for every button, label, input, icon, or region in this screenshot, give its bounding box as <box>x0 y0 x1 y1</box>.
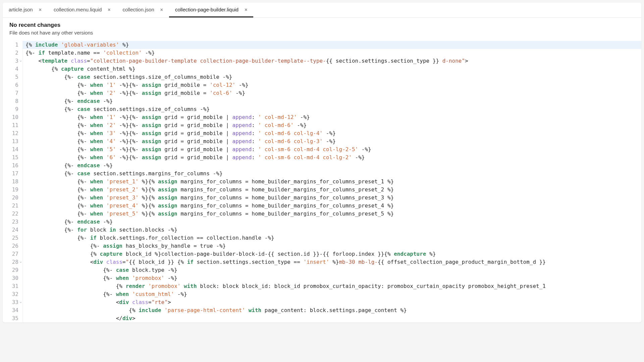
line-number[interactable]: 20 <box>3 194 21 202</box>
code-line[interactable]: {%- case section.settings.size_of_column… <box>23 73 641 81</box>
line-number[interactable]: 22 <box>3 210 21 218</box>
code-line[interactable]: {%- when 'preset_1' %}{% assign margins_… <box>23 178 641 186</box>
line-number[interactable]: 11 <box>3 121 21 129</box>
code-line[interactable]: {%- endcase -%} <box>23 97 641 105</box>
code-line[interactable]: {%- if block.settings.for_collection == … <box>23 234 641 242</box>
version-info-bar: No recent changes File does not have any… <box>3 18 641 41</box>
code-line[interactable]: {% include 'parse-page-html-content' wit… <box>23 306 641 314</box>
version-info-subtitle: File does not have any other versions <box>9 30 635 36</box>
line-number[interactable]: 35 <box>3 314 21 322</box>
code-line[interactable]: {%- endcase -%} <box>23 162 641 170</box>
line-number[interactable]: 29 <box>3 266 21 274</box>
code-line[interactable]: {%- when '3' -%}{%- assign grid = grid_m… <box>23 129 641 137</box>
line-number[interactable]: 28 <box>3 258 21 266</box>
code-line[interactable]: {%- when 'preset_2' %}{% assign margins_… <box>23 186 641 194</box>
code-line[interactable]: {%- endcase -%} <box>23 218 641 226</box>
close-icon[interactable]: × <box>245 7 247 12</box>
close-icon[interactable]: × <box>160 7 163 12</box>
line-number-gutter: 1234567891011121314151617181920212223242… <box>3 41 23 322</box>
file-tab[interactable]: article.json× <box>3 3 48 17</box>
line-number[interactable]: 9 <box>3 105 21 113</box>
line-number[interactable]: 17 <box>3 170 21 178</box>
line-number[interactable]: 8 <box>3 97 21 105</box>
code-line[interactable]: {%- assign has_blocks_by_handle = true -… <box>23 242 641 250</box>
line-number[interactable]: 24 <box>3 226 21 234</box>
tab-label: collection.json <box>123 7 154 12</box>
close-icon[interactable]: × <box>39 7 42 12</box>
tab-label: article.json <box>9 7 33 12</box>
line-number[interactable]: 19 <box>3 186 21 194</box>
line-number[interactable]: 4 <box>3 65 21 73</box>
code-line[interactable]: {%- when 'promobox' -%} <box>23 274 641 282</box>
code-line[interactable]: <template class="collection-page-builder… <box>23 57 641 65</box>
line-number[interactable]: 14 <box>3 145 21 154</box>
line-number[interactable]: 34 <box>3 306 21 314</box>
line-number[interactable]: 31 <box>3 282 21 290</box>
code-line[interactable]: {%- when '5' -%}{%- assign grid = grid_m… <box>23 145 641 154</box>
code-line[interactable]: {%- if template.name == 'collection' -%} <box>23 49 641 57</box>
line-number[interactable]: 25 <box>3 234 21 242</box>
line-number[interactable]: 3 <box>3 57 21 65</box>
code-line[interactable]: {%- when 'preset_4' %}{% assign margins_… <box>23 202 641 210</box>
line-number[interactable]: 26 <box>3 242 21 250</box>
tab-label: collection-page-builder.liquid <box>175 7 238 12</box>
code-line[interactable]: {%- when '1' -%}{%- assign grid_mobile =… <box>23 81 641 89</box>
line-number[interactable]: 1 <box>3 41 21 49</box>
editor-window: article.json×collection.menu.liquid×coll… <box>3 3 641 322</box>
code-line[interactable]: {%- when 'custom_html' -%} <box>23 290 641 298</box>
file-tab[interactable]: collection-page-builder.liquid× <box>169 3 253 17</box>
tabs-bar: article.json×collection.menu.liquid×coll… <box>3 3 641 18</box>
code-line[interactable]: {%- when 'preset_5' %}{% assign margins_… <box>23 210 641 218</box>
code-content[interactable]: {% include 'global-variables' %}{%- if t… <box>23 41 641 322</box>
code-line[interactable]: {%- when '2' -%}{%- assign grid_mobile =… <box>23 89 641 97</box>
line-number[interactable]: 10 <box>3 113 21 121</box>
line-number[interactable]: 5 <box>3 73 21 81</box>
line-number[interactable]: 32 <box>3 290 21 298</box>
line-number[interactable]: 18 <box>3 178 21 186</box>
line-number[interactable]: 23 <box>3 218 21 226</box>
line-number[interactable]: 33 <box>3 298 21 306</box>
code-line[interactable]: </div> <box>23 314 641 322</box>
version-info-title: No recent changes <box>9 22 635 28</box>
code-line[interactable]: {%- case section.settings.size_of_column… <box>23 105 641 113</box>
code-line[interactable]: {%- when '6' -%}{%- assign grid = grid_m… <box>23 154 641 162</box>
code-line[interactable]: {%- when '2' -%}{%- assign grid = grid_m… <box>23 121 641 129</box>
code-line[interactable]: {%- when 'preset_3' %}{% assign margins_… <box>23 194 641 202</box>
line-number[interactable]: 15 <box>3 154 21 162</box>
line-number[interactable]: 21 <box>3 202 21 210</box>
code-line[interactable]: {%- when '1' -%}{%- assign grid = grid_m… <box>23 113 641 121</box>
line-number[interactable]: 27 <box>3 250 21 258</box>
line-number[interactable]: 12 <box>3 129 21 137</box>
code-line[interactable]: {% render 'promobox' with block: block b… <box>23 282 641 290</box>
code-line[interactable]: {% capture block_id %}collection-page-bu… <box>23 250 641 258</box>
line-number[interactable]: 13 <box>3 137 21 145</box>
line-number[interactable]: 16 <box>3 162 21 170</box>
line-number[interactable]: 30 <box>3 274 21 282</box>
tab-label: collection.menu.liquid <box>54 7 102 12</box>
code-line[interactable]: {% include 'global-variables' %} <box>23 41 641 49</box>
file-tab[interactable]: collection.menu.liquid× <box>48 3 117 17</box>
line-number[interactable]: 7 <box>3 89 21 97</box>
line-number[interactable]: 2 <box>3 49 21 57</box>
code-line[interactable]: <div class="{{ block_id }} {% if section… <box>23 258 641 266</box>
code-line[interactable]: {%- when '4' -%}{%- assign grid = grid_m… <box>23 137 641 145</box>
code-line[interactable]: <div class="rte"> <box>23 298 641 306</box>
line-number[interactable]: 6 <box>3 81 21 89</box>
close-icon[interactable]: × <box>108 7 110 12</box>
code-line[interactable]: {% capture content_html %} <box>23 65 641 73</box>
code-line[interactable]: {%- for block in section.blocks -%} <box>23 226 641 234</box>
code-line[interactable]: {%- case block.type -%} <box>23 266 641 274</box>
code-line[interactable]: {%- case section.settings.margins_for_co… <box>23 170 641 178</box>
code-editor[interactable]: 1234567891011121314151617181920212223242… <box>3 41 641 322</box>
file-tab[interactable]: collection.json× <box>117 3 169 17</box>
